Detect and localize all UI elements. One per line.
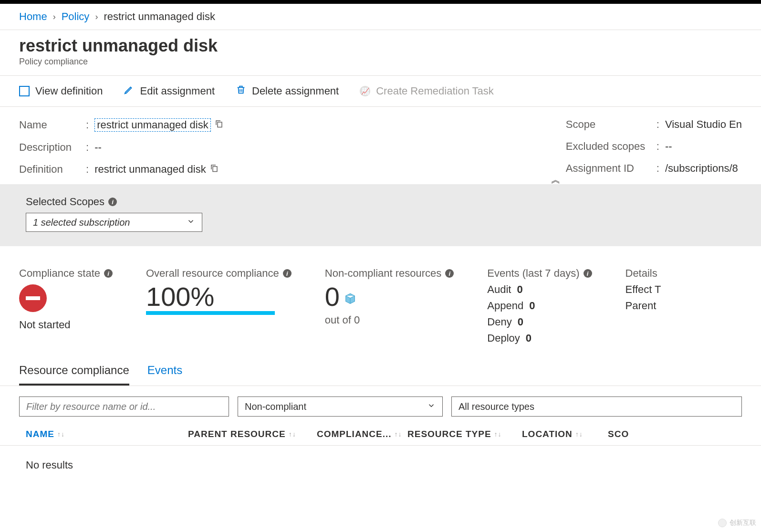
delete-assignment-button[interactable]: Delete assignment [236,84,339,98]
toolbar-label: Delete assignment [252,85,339,97]
meta-def-value: restrict unmanaged disk [94,163,206,176]
tab-events[interactable]: Events [147,364,182,386]
metadata-section: Name : restrict unmanaged disk Descripti… [0,107,761,184]
meta-excluded-label: Excluded scopes [566,140,657,153]
info-icon[interactable]: i [104,269,113,278]
scopes-section: Selected Scopes i 1 selected subscriptio… [0,184,761,246]
toolbar-label: Create Remediation Task [376,85,494,97]
overall-compliance-card: Overall resource compliance i 100% [146,267,292,344]
overall-compliance-value: 100% [146,283,292,310]
meta-def-label: Definition [19,163,86,176]
meta-desc-value: -- [94,141,102,154]
meta-excluded-value: -- [665,140,672,153]
compliance-state-card: Compliance state i Not started [19,267,113,344]
details-card: Details Effect T Parent [625,267,661,344]
compliance-filter-dropdown[interactable]: Non-compliant [238,396,443,417]
table-header: NAME↑↓ PARENT RESOURCE↑↓ COMPLIANCE...↑↓… [0,417,761,445]
cube-icon [344,292,357,306]
breadcrumb-policy[interactable]: Policy [62,10,90,23]
info-icon[interactable]: i [283,269,292,278]
meta-scope-value: Visual Studio En [665,118,742,131]
tab-resource-compliance[interactable]: Resource compliance [19,364,129,386]
th-scope[interactable]: SCO [608,429,629,439]
th-location[interactable]: LOCATION↑↓ [522,429,589,439]
remediation-icon: 📈 [360,86,370,96]
breadcrumb: Home › Policy › restrict unmanaged disk [0,4,761,30]
copy-icon[interactable] [210,163,219,176]
th-parent[interactable]: PARENT RESOURCE↑↓ [188,429,298,439]
sort-icon: ↑↓ [57,430,65,438]
compliance-state-text: Not started [19,319,113,331]
selected-scopes-label: Selected Scopes i [26,196,735,208]
filter-row: Non-compliant All resource types [0,386,761,417]
chevron-down-icon [187,217,195,228]
breadcrumb-current: restrict unmanaged disk [104,10,215,23]
meta-desc-label: Description [19,141,86,154]
sort-icon: ↑↓ [575,430,583,438]
definition-icon [19,86,30,96]
toolbar-label: Edit assignment [140,85,215,97]
window-topbar [0,0,761,4]
noncompliant-sub: out of 0 [325,314,454,326]
edit-assignment-button[interactable]: Edit assignment [124,84,215,98]
sort-icon: ↑↓ [494,430,502,438]
page-subtitle: Policy compliance [19,57,742,67]
noncompliant-value: 0 [325,283,340,310]
progress-bar [146,311,275,315]
svg-rect-0 [218,122,222,127]
th-compliance[interactable]: COMPLIANCE...↑↓ [317,429,388,439]
chevron-right-icon: › [95,12,98,22]
info-icon[interactable]: i [108,198,117,206]
meta-scope-label: Scope [566,118,657,131]
not-started-icon [19,284,47,312]
events-card: Events (last 7 days) i Audit0 Append0 De… [487,267,592,344]
chevron-right-icon: › [53,12,56,22]
meta-name-value: restrict unmanaged disk [94,118,211,132]
th-name[interactable]: NAME↑↓ [26,429,169,439]
th-resource-type[interactable]: RESOURCE TYPE↑↓ [407,429,503,439]
info-icon[interactable]: i [584,269,592,278]
tabs: Resource compliance Events [0,354,761,386]
breadcrumb-home[interactable]: Home [19,10,47,23]
sort-icon: ↑↓ [395,430,402,438]
meta-name-label: Name [19,119,86,131]
svg-rect-1 [213,167,217,172]
trash-icon [236,84,246,98]
resource-type-dropdown[interactable]: All resource types [451,396,742,417]
sort-icon: ↑↓ [289,430,296,438]
meta-assign-label: Assignment ID [566,162,657,175]
scopes-dropdown[interactable]: 1 selected subscription [26,213,202,232]
collapse-icon[interactable]: ︽ [551,173,561,186]
stats-section: Compliance state i Not started Overall r… [0,246,761,354]
toolbar-label: View definition [35,85,103,97]
page-title: restrict unmanaged disk [19,36,742,56]
info-icon[interactable]: i [445,269,454,278]
no-results-text: No results [0,445,761,485]
copy-icon[interactable] [215,119,223,131]
view-definition-button[interactable]: View definition [19,84,103,98]
create-remediation-button: 📈 Create Remediation Task [360,84,494,98]
noncompliant-card: Non-compliant resources i 0 out of 0 [325,267,454,344]
meta-assign-value: /subscriptions/8 [665,162,738,175]
pencil-icon [124,84,134,98]
chevron-down-icon [427,401,436,412]
filter-input[interactable] [19,396,229,417]
toolbar: View definition Edit assignment Delete a… [0,76,761,107]
page-header: restrict unmanaged disk Policy complianc… [0,30,761,76]
